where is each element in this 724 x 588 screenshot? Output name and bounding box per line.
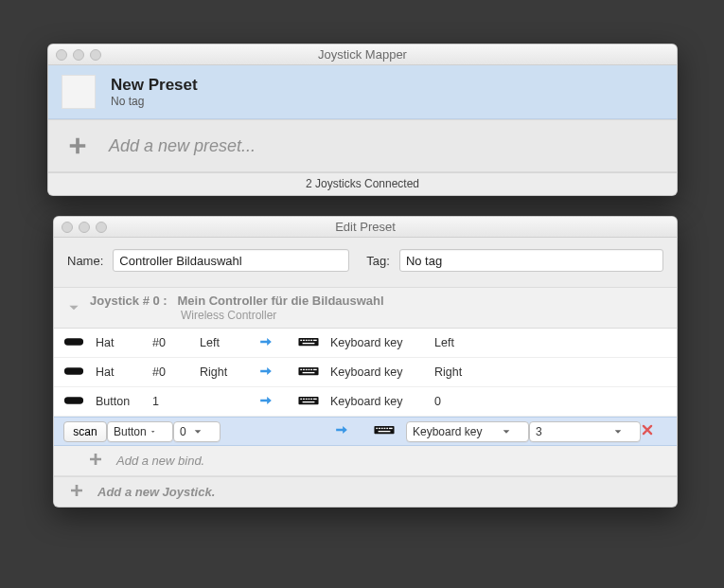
chevron-down-icon xyxy=(150,427,155,437)
svg-rect-27 xyxy=(374,426,394,434)
source-type: Hat xyxy=(96,336,152,349)
traffic-lights[interactable] xyxy=(54,222,107,233)
preset-item[interactable]: New Preset No tag xyxy=(48,65,677,119)
keyboard-icon xyxy=(298,335,330,351)
add-bind-button[interactable]: Add a new bind. xyxy=(54,446,677,476)
svg-rect-31 xyxy=(384,428,386,429)
chevron-down-icon xyxy=(502,427,511,437)
arrow-right-icon xyxy=(256,335,298,351)
preset-name: New Preset xyxy=(111,76,198,95)
svg-rect-34 xyxy=(379,431,391,432)
svg-rect-13 xyxy=(306,368,308,369)
output-type-select[interactable]: Keyboard key xyxy=(406,421,529,442)
zoom-icon[interactable] xyxy=(96,222,107,233)
svg-rect-4 xyxy=(306,339,308,340)
keyboard-icon xyxy=(298,365,330,381)
scan-button[interactable]: scan xyxy=(63,421,107,442)
minimize-icon[interactable] xyxy=(73,49,84,61)
window-title: Edit Preset xyxy=(54,220,677,234)
close-icon[interactable] xyxy=(56,49,67,61)
svg-rect-23 xyxy=(309,398,310,399)
add-joystick-button[interactable]: Add a new Joystick. xyxy=(54,476,677,507)
status-bar: 2 Joysticks Connected xyxy=(48,172,677,195)
output-value: 0 xyxy=(434,395,641,408)
bind-row[interactable]: Hat #0 Right Keyboard key Right xyxy=(54,358,677,387)
chevron-down-icon xyxy=(193,427,203,437)
chevron-down-icon xyxy=(67,301,80,314)
output-value-select[interactable]: 3 xyxy=(529,421,641,442)
bind-row[interactable]: Button 1 Keyboard key 0 xyxy=(54,387,677,417)
svg-rect-1 xyxy=(298,337,318,345)
source-type: Hat xyxy=(96,365,152,379)
joystick-name: Mein Controller für die Bildauswahl xyxy=(178,294,384,308)
source-value: Left xyxy=(200,336,256,349)
svg-rect-33 xyxy=(389,428,393,429)
source-index: #0 xyxy=(152,336,200,349)
svg-rect-21 xyxy=(303,398,305,399)
plus-icon xyxy=(62,130,94,162)
svg-rect-26 xyxy=(303,401,315,401)
bind-row-editing[interactable]: scan Button 0 Keyboard key 3 xyxy=(54,417,677,446)
arrow-right-icon xyxy=(256,394,298,410)
source-type-select[interactable]: Button xyxy=(107,421,173,442)
zoom-icon[interactable] xyxy=(90,49,101,61)
titlebar[interactable]: Joystick Mapper xyxy=(48,45,677,65)
edit-preset-window: Edit Preset Name: Tag: Joystick # 0 : Me… xyxy=(53,216,678,508)
joystick-subtype: Wireless Controller xyxy=(181,309,384,322)
gamepad-icon xyxy=(63,365,96,381)
svg-rect-0 xyxy=(64,338,83,345)
svg-rect-28 xyxy=(376,428,378,429)
svg-rect-29 xyxy=(379,428,380,429)
preset-thumbnail xyxy=(62,75,96,109)
add-preset-label: Add a new preset... xyxy=(109,136,256,156)
joystick-prefix: Joystick # 0 : xyxy=(90,294,168,308)
svg-rect-5 xyxy=(309,339,310,340)
window-title: Joystick Mapper xyxy=(48,47,677,62)
source-value: Right xyxy=(200,365,256,379)
delete-bind-button[interactable] xyxy=(641,423,667,439)
svg-rect-30 xyxy=(381,428,383,429)
add-preset-button[interactable]: Add a new preset... xyxy=(48,119,677,172)
svg-rect-25 xyxy=(313,398,317,399)
output-type: Keyboard key xyxy=(330,395,434,408)
close-icon[interactable] xyxy=(62,222,73,233)
add-joystick-label: Add a new Joystick. xyxy=(97,485,215,499)
svg-rect-14 xyxy=(309,368,310,369)
minimize-icon[interactable] xyxy=(79,222,90,233)
form-row: Name: Tag: xyxy=(54,238,677,287)
svg-rect-20 xyxy=(300,398,302,399)
plus-icon xyxy=(69,483,84,501)
svg-rect-6 xyxy=(310,339,312,340)
svg-rect-3 xyxy=(303,339,305,340)
tag-field[interactable] xyxy=(399,249,663,272)
chevron-down-icon xyxy=(613,427,623,437)
source-index: 1 xyxy=(152,395,200,408)
svg-rect-24 xyxy=(310,398,312,399)
gamepad-icon xyxy=(63,335,96,351)
svg-rect-9 xyxy=(64,367,83,374)
output-type: Keyboard key xyxy=(330,365,434,379)
svg-rect-7 xyxy=(313,339,317,340)
svg-rect-22 xyxy=(306,398,308,399)
svg-rect-32 xyxy=(386,428,388,429)
arrow-right-icon xyxy=(256,365,298,381)
joystick-section-header[interactable]: Joystick # 0 : Mein Controller für die B… xyxy=(54,287,677,329)
keyboard-icon xyxy=(298,394,330,410)
bind-row[interactable]: Hat #0 Left Keyboard key Left xyxy=(54,329,677,358)
name-field[interactable] xyxy=(113,249,349,272)
plus-icon xyxy=(88,452,103,470)
main-window: Joystick Mapper New Preset No tag Add a … xyxy=(47,44,678,196)
output-value: Left xyxy=(434,336,641,349)
add-bind-label: Add a new bind. xyxy=(116,454,204,468)
source-index-select[interactable]: 0 xyxy=(173,421,221,442)
traffic-lights[interactable] xyxy=(48,49,101,61)
name-label: Name: xyxy=(67,254,103,268)
preset-tag: No tag xyxy=(111,95,198,108)
arrow-right-icon xyxy=(332,423,374,439)
output-value: Right xyxy=(434,365,641,379)
keyboard-icon xyxy=(374,423,406,439)
svg-rect-12 xyxy=(303,368,305,369)
svg-rect-8 xyxy=(303,342,315,343)
svg-rect-15 xyxy=(310,368,312,369)
titlebar[interactable]: Edit Preset xyxy=(54,217,677,238)
